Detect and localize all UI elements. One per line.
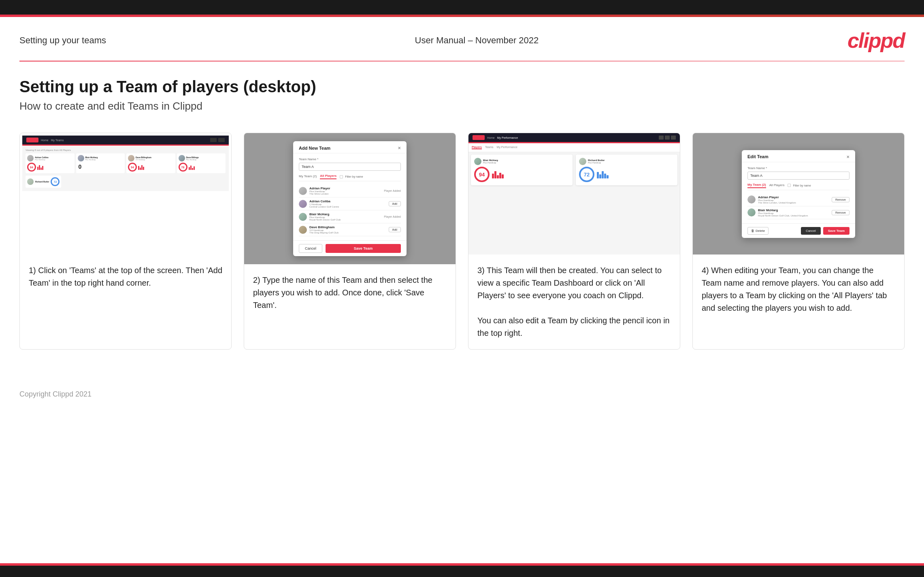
card-1-text: 1) Click on 'Teams' at the top of the sc… bbox=[20, 255, 231, 349]
ss1-score-3: 94 bbox=[128, 163, 137, 172]
ss3-pdetail-2: Plus Handicap bbox=[588, 161, 605, 164]
ss1-bar bbox=[192, 168, 193, 170]
ss1-label: Viewing 8 out of 8 players from All Play… bbox=[26, 149, 226, 151]
ss1-player-card-1: Adrian Collins Plus Handicap 84 bbox=[26, 153, 75, 173]
tab-all-players[interactable]: All Players bbox=[320, 174, 336, 179]
edit-tab-my-team[interactable]: My Team (2) bbox=[747, 183, 766, 188]
modal-close-button[interactable]: × bbox=[398, 145, 401, 151]
ss1-nav-teams: My Teams bbox=[51, 139, 64, 142]
ss3-subnav-3: My Performance bbox=[497, 146, 517, 149]
ss1-bar bbox=[194, 166, 195, 170]
modal-cancel-button[interactable]: Cancel bbox=[299, 244, 322, 253]
add-player-button-2[interactable]: Add bbox=[389, 201, 401, 206]
card-3-text: 3) This Team will then be created. You c… bbox=[468, 255, 680, 349]
player-club-4: The Ding Maying Golf Club bbox=[309, 231, 339, 234]
ss1-avatar-2 bbox=[78, 155, 84, 161]
ss1-bar bbox=[141, 165, 143, 170]
ss3-bar bbox=[607, 175, 609, 178]
ss3-bar bbox=[602, 171, 604, 178]
edit-save-team-button[interactable]: Save Team bbox=[823, 227, 849, 235]
edit-cancel-button[interactable]: Cancel bbox=[801, 227, 821, 235]
edit-player-info-1: Adrian Player Plus Handicap The Shire Lo… bbox=[758, 195, 829, 204]
ss3-bar bbox=[494, 171, 496, 178]
ss1-bar bbox=[190, 165, 192, 170]
add-player-button-4[interactable]: Add bbox=[389, 227, 401, 232]
ss3-bars-2 bbox=[597, 170, 674, 178]
ss3-bar bbox=[502, 174, 504, 178]
clippd-logo: clippd bbox=[847, 29, 905, 52]
remove-player-button-1[interactable]: Remove bbox=[832, 197, 849, 202]
remove-player-button-2[interactable]: Remove bbox=[832, 210, 849, 215]
ss1-detail-4: Plus Handicap bbox=[186, 159, 199, 161]
filter-checkbox[interactable] bbox=[340, 175, 343, 178]
edit-player-name-2: Blair McHarg bbox=[758, 208, 829, 212]
edit-modal-title: Edit Team bbox=[747, 154, 769, 159]
avatar-img-1 bbox=[299, 187, 307, 195]
modal-save-team-button[interactable]: Save Team bbox=[326, 244, 401, 253]
ss3-player-card-2: Richard Butler Plus Handicap 72 bbox=[576, 155, 677, 185]
modal-tabs: My Team (2) All Players Filter by name bbox=[299, 174, 401, 181]
ss1-player-card-4: Dave Billings Plus Handicap 78 bbox=[177, 153, 226, 173]
edit-tab-all-players[interactable]: All Players bbox=[769, 183, 785, 188]
tab-my-team[interactable]: My Team (2) bbox=[299, 174, 317, 179]
ss1-nav-right bbox=[210, 138, 225, 142]
ss3-stats-1: 94 bbox=[474, 167, 569, 182]
ss3-bar bbox=[597, 172, 599, 178]
ss3-stats-2: 72 bbox=[579, 167, 674, 182]
card-3-screenshot: Home My Performance Players Teams My Per… bbox=[468, 133, 680, 255]
edit-filter: Filter by name bbox=[788, 184, 811, 187]
delete-team-button[interactable]: 🗑 Delete bbox=[747, 227, 769, 235]
ss3-subnav-2: Teams bbox=[485, 146, 494, 149]
cards-row: Home My Teams Viewing 8 out of 8 players… bbox=[19, 133, 905, 350]
edit-player-detail-1: Plus Handicap The Shire London, United K… bbox=[758, 199, 829, 204]
edit-modal-tabs: My Team (2) All Players Filter by name bbox=[747, 183, 849, 190]
ss1-bar bbox=[42, 166, 43, 170]
ss3-nav-teams: My Performance bbox=[497, 136, 518, 139]
team-name-input[interactable] bbox=[299, 163, 401, 171]
card-3-text-2: You can also edit a Team by clicking the… bbox=[477, 316, 670, 337]
ss1-profile-btn bbox=[218, 138, 225, 142]
edit-team-name-input[interactable] bbox=[747, 172, 849, 180]
edit-player-avatar-2 bbox=[747, 208, 756, 216]
player-info-2: Adrian Coliba 1 Handicap Central London … bbox=[309, 199, 386, 208]
ss1-bar bbox=[143, 167, 144, 170]
ss1-score-2: 0 bbox=[78, 163, 83, 171]
ss1-bar bbox=[138, 166, 139, 170]
ss3-icon1 bbox=[659, 136, 664, 140]
edit-player-item-2: Blair McHarg Plus Handicap Royal North D… bbox=[747, 206, 849, 219]
ss1-bars-4 bbox=[189, 164, 195, 170]
player-info-3: Blair McHarg Plus Handicap Royal North D… bbox=[309, 212, 381, 221]
edit-modal-close-button[interactable]: × bbox=[846, 154, 849, 159]
card-4-text: 4) When editing your Team, you can chang… bbox=[693, 255, 904, 349]
modal-player-list: Adrian Player Plus Handicap The Shire Lo… bbox=[299, 185, 401, 236]
edit-player-detail-2: Plus Handicap Royal North Devon Golf Clu… bbox=[758, 212, 829, 217]
ss1-logo bbox=[26, 138, 38, 142]
ss3-player-card-1: Blair McHarg Plus Handicap 94 bbox=[471, 155, 573, 185]
edit-avatar-img-1 bbox=[747, 195, 756, 204]
ss1-detail-2: Plus Handicap bbox=[85, 159, 98, 161]
header-logo: clippd bbox=[847, 28, 905, 53]
team-name-label: Team Name * bbox=[299, 157, 401, 161]
player-name-2: Adrian Coliba bbox=[309, 199, 386, 203]
ss1-detail-3: 3.6 Handicap bbox=[136, 159, 151, 161]
ss3-bar bbox=[492, 174, 494, 178]
ss3-bar bbox=[604, 174, 606, 178]
ss3-bars-area-1 bbox=[492, 170, 569, 178]
player-info-4: Dave Billingham 3.6 Handicap The Ding Ma… bbox=[309, 225, 386, 234]
header-center-text: User Manual – November 2022 bbox=[415, 35, 539, 46]
filter-by-name: Filter by name bbox=[340, 175, 363, 178]
edit-filter-checkbox[interactable] bbox=[788, 184, 791, 187]
card-1-screenshot: Home My Teams Viewing 8 out of 8 players… bbox=[20, 133, 231, 255]
modal-body: Team Name * My Team (2) All Players Filt… bbox=[293, 153, 407, 240]
avatar-img-4 bbox=[299, 226, 307, 234]
ss1-nav-home: Home bbox=[41, 139, 49, 142]
ss3-sub-nav: Players Teams My Performance bbox=[468, 143, 680, 152]
main-content: Setting up a Team of players (desktop) H… bbox=[0, 62, 924, 382]
ss1-bar bbox=[140, 168, 141, 170]
copyright-text: Copyright Clippd 2021 bbox=[19, 390, 92, 398]
card-1: Home My Teams Viewing 8 out of 8 players… bbox=[19, 133, 232, 350]
ss1-content: Viewing 8 out of 8 players from All Play… bbox=[22, 146, 229, 191]
player-avatar-2 bbox=[299, 200, 307, 208]
card-2: Add New Team × Team Name * My Team (2) A… bbox=[244, 133, 456, 350]
ss1-score-1: 84 bbox=[27, 163, 36, 172]
